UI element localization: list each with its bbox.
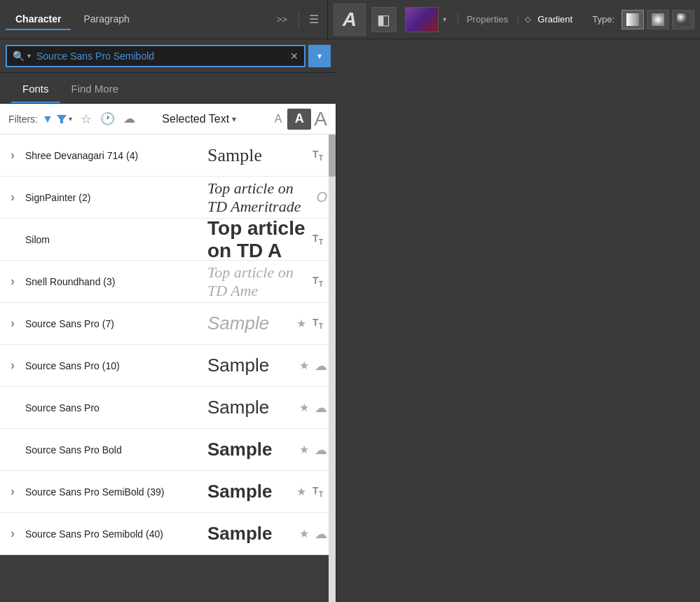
font-list: ›Shree Devanagari 714 (4)SampleTT›SignPa… (0, 135, 336, 555)
filter-recent-button[interactable]: 🕐 (100, 111, 115, 126)
fonts-tab[interactable]: Fonts (11, 78, 60, 103)
svg-rect-0 (626, 13, 639, 26)
font-expand-arrow[interactable]: › (0, 274, 25, 289)
font-name-label: Source Sans Pro (25, 402, 207, 413)
font-action-icon[interactable]: ☁ (315, 358, 327, 374)
aa-medium-button[interactable]: A (287, 109, 311, 130)
svg-marker-3 (57, 115, 67, 123)
right-panel (336, 39, 700, 602)
character-tab[interactable]: Character (6, 9, 71, 30)
search-expand-icon: ▾ (317, 51, 322, 61)
divider (298, 11, 299, 28)
filter-funnel-button[interactable]: ▼ ▾ (42, 113, 72, 125)
svg-rect-2 (677, 13, 689, 26)
gradient-label[interactable]: Gradient (537, 14, 572, 25)
aa-small-label: A (275, 113, 282, 125)
font-action-icon[interactable]: TT (312, 146, 327, 165)
font-sample-text: Sample (207, 481, 296, 502)
font-sample-text: Top article on TD Ameritrade (207, 179, 316, 216)
panel-menu-icon[interactable]: ☰ (306, 10, 322, 29)
font-list-item[interactable]: Source Sans Pro BoldSample★☁ (0, 429, 336, 471)
font-expand-arrow[interactable]: › (0, 316, 25, 331)
font-action-icon[interactable]: ☁ (315, 442, 327, 458)
svg-text:T: T (319, 280, 323, 288)
sidebar-icon: ◧ (377, 11, 390, 28)
search-box[interactable]: 🔍 ▾ Source Sans Pro Semibold ✕ (6, 45, 306, 67)
filter-funnel-svg (56, 114, 67, 125)
font-list-item[interactable]: Source Sans ProSample★☁ (0, 387, 336, 429)
sidebar-toggle-button[interactable]: ◧ (371, 7, 397, 32)
font-expand-arrow[interactable]: › (0, 358, 25, 373)
paragraph-tab[interactable]: Paragraph (74, 9, 139, 30)
font-action-icon[interactable]: O (316, 189, 327, 205)
font-expand-arrow[interactable]: › (0, 190, 25, 205)
font-star-button[interactable]: ★ (299, 443, 309, 456)
type-freeform-option[interactable] (672, 10, 694, 29)
font-action-icon[interactable]: ☁ (315, 400, 327, 416)
search-expand-button[interactable]: ▾ (308, 45, 331, 67)
divider2: | (516, 13, 519, 26)
font-star-button[interactable]: ★ (299, 359, 309, 372)
font-action-icon[interactable]: TT (312, 483, 327, 501)
font-list-item[interactable]: ›SignPainter (2)Top article on TD Amerit… (0, 177, 336, 219)
search-row: 🔍 ▾ Source Sans Pro Semibold ✕ ▾ (0, 39, 336, 73)
font-star-button[interactable]: ★ (299, 401, 309, 414)
svg-text:T: T (319, 238, 323, 246)
color-swatch-arrow[interactable]: ▾ (443, 15, 446, 23)
filter-cloud-button[interactable]: ☁ (123, 111, 135, 126)
font-sample-text: Sample (207, 313, 296, 334)
font-list-item[interactable]: SilomTop article on TD ATT (0, 219, 336, 261)
font-tabs-row: Fonts Find More (0, 73, 336, 104)
search-input[interactable]: Source Sans Pro Semibold (36, 50, 287, 62)
font-star-button[interactable]: ★ (296, 485, 306, 498)
font-sample-text: Top article on TD Ame (207, 264, 312, 300)
font-name-label: Source Sans Pro Semibold (40) (25, 528, 207, 540)
type-label: Type: (592, 14, 615, 25)
font-sample-text: Top article on TD A (207, 217, 312, 262)
font-action-icon[interactable]: TT (312, 273, 327, 291)
ai-letter-icon: A (343, 8, 357, 31)
svg-text:T: T (313, 317, 319, 328)
color-swatch[interactable] (405, 7, 439, 32)
svg-text:T: T (313, 149, 319, 160)
more-tabs-arrows[interactable]: >> (273, 11, 291, 27)
ai-button[interactable]: A (334, 4, 366, 36)
scrollbar-thumb[interactable] (329, 135, 336, 177)
selected-text-area: Selected Text ▾ (135, 113, 263, 125)
font-sample-text: Sample (207, 145, 312, 166)
font-action-icon[interactable]: ☁ (315, 526, 327, 542)
font-list-item[interactable]: ›Source Sans Pro (7)Sample★TT (0, 303, 336, 345)
font-star-button[interactable]: ★ (296, 317, 306, 330)
svg-text:T: T (319, 154, 323, 162)
gradient-diamond-icon: ◇ (525, 15, 530, 24)
font-star-button[interactable]: ★ (299, 527, 309, 540)
font-list-item[interactable]: ›Source Sans Pro (10)Sample★☁ (0, 345, 336, 387)
font-name-label: Source Sans Pro Bold (25, 444, 207, 456)
font-action-icon[interactable]: TT (312, 315, 327, 333)
properties-label: Properties (464, 14, 511, 25)
selected-text-caret[interactable]: ▾ (232, 114, 236, 124)
font-expand-arrow[interactable]: › (0, 148, 25, 163)
filter-star-button[interactable]: ☆ (81, 111, 92, 127)
svg-text:T: T (313, 485, 319, 496)
search-clear-icon[interactable]: ✕ (290, 50, 298, 62)
font-list-item[interactable]: ›Source Sans Pro Semibold (40)Sample★☁ (0, 513, 336, 555)
font-list-item[interactable]: ›Shree Devanagari 714 (4)SampleTT (0, 135, 336, 177)
find-more-tab[interactable]: Find More (60, 78, 130, 103)
selected-text-label[interactable]: Selected Text (162, 113, 229, 125)
font-expand-arrow[interactable]: › (0, 526, 25, 541)
font-list-wrapper: ›Shree Devanagari 714 (4)SampleTT›SignPa… (0, 135, 336, 602)
type-radial-option[interactable] (647, 10, 669, 29)
filter-caret-icon: ▾ (69, 115, 72, 123)
font-name-label: Silom (25, 234, 207, 245)
font-list-item[interactable]: ›Source Sans Pro SemiBold (39)Sample★TT (0, 471, 336, 513)
font-expand-arrow[interactable]: › (0, 484, 25, 499)
font-action-icon[interactable]: TT (312, 231, 327, 249)
type-linear-option[interactable] (622, 10, 644, 29)
font-list-item[interactable]: ›Snell Roundhand (3)Top article on TD Am… (0, 261, 336, 303)
font-name-label: SignPainter (2) (25, 192, 207, 203)
filters-label: Filters: (8, 114, 38, 125)
scrollbar-track[interactable] (329, 135, 336, 602)
search-dropdown-arrow[interactable]: ▾ (27, 52, 31, 60)
filter-funnel-icon: ▼ (42, 113, 53, 125)
